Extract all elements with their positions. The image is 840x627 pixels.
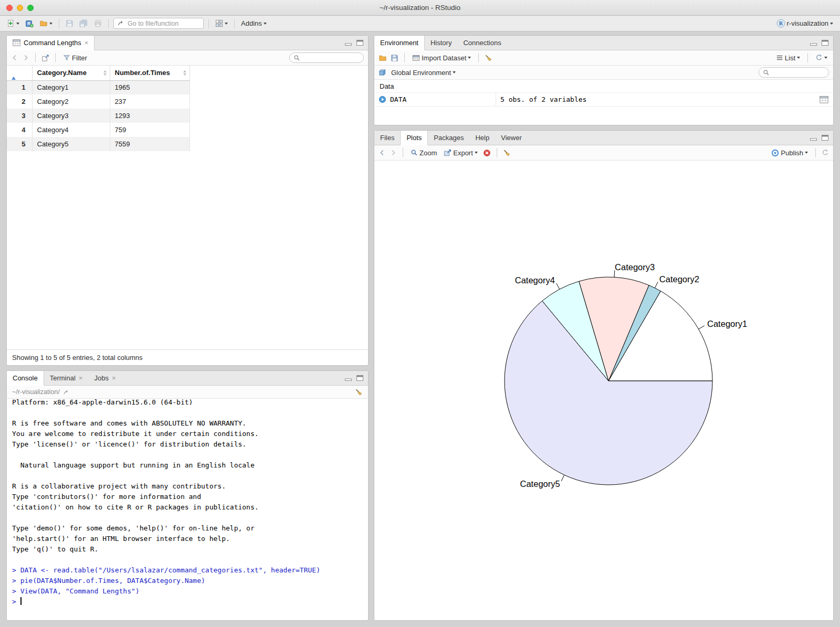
- print-button[interactable]: [92, 18, 103, 28]
- minimize-pane-icon[interactable]: [810, 40, 817, 46]
- console-output[interactable]: Platform: x86_64-apple-darwin15.6.0 (64-…: [7, 399, 368, 620]
- new-file-button[interactable]: [5, 18, 21, 28]
- view-data-button[interactable]: [820, 96, 828, 103]
- table-row: 1Category11965: [7, 80, 190, 94]
- goto-arrow-icon: [118, 20, 124, 27]
- tab-environment[interactable]: Environment: [374, 36, 425, 50]
- environment-object-row[interactable]: DATA 5 obs. of 2 variables: [374, 92, 833, 107]
- row-number: 3: [7, 109, 32, 123]
- goto-file-function-input[interactable]: [128, 20, 200, 27]
- chevron-down-icon: [225, 23, 228, 25]
- load-workspace-folder-icon[interactable]: [379, 54, 387, 62]
- tab-history[interactable]: History: [425, 36, 457, 50]
- goto-directory-icon[interactable]: [63, 389, 70, 396]
- pane-window-buttons: [345, 371, 363, 385]
- tab-terminal[interactable]: Terminal×: [44, 371, 89, 385]
- table-wrap: Category.Name Number.of.Times 1Category1…: [7, 66, 368, 349]
- list-view-button[interactable]: List: [774, 53, 802, 63]
- tab-label: Terminal: [50, 374, 76, 382]
- publish-button[interactable]: Publish: [770, 148, 810, 158]
- tab-plots[interactable]: Plots: [400, 131, 428, 145]
- close-tab-icon[interactable]: ×: [112, 375, 116, 381]
- table-search-box[interactable]: [289, 52, 364, 63]
- chevron-down-icon: [453, 71, 456, 73]
- refresh-environment-button[interactable]: [814, 53, 829, 62]
- popout-window-icon[interactable]: [41, 54, 49, 62]
- tab-command-lengths[interactable]: Command Lengths ×: [7, 36, 94, 50]
- remove-plot-icon[interactable]: [483, 149, 491, 157]
- console-pane-header: Console Terminal× Jobs×: [7, 371, 368, 386]
- goto-file-function-box[interactable]: [113, 18, 204, 29]
- pie-label-tick: [556, 283, 560, 289]
- console-input-line: > View(DATA, "Command Lengths"): [12, 586, 363, 597]
- toolbar-separator: [108, 19, 109, 28]
- main-toolbar: R Addins R r-visualization: [0, 16, 840, 31]
- tab-console[interactable]: Console: [7, 371, 44, 386]
- cell-category-name: Category3: [32, 109, 110, 123]
- back-icon[interactable]: [11, 54, 18, 61]
- minimize-window-button[interactable]: [17, 5, 23, 11]
- save-button[interactable]: [64, 18, 75, 28]
- chevron-down-icon: [805, 152, 808, 154]
- maximize-pane-icon[interactable]: [356, 40, 363, 46]
- close-tab-icon[interactable]: ×: [79, 375, 83, 381]
- table-search-input[interactable]: [303, 54, 360, 61]
- export-plot-button[interactable]: Export: [442, 148, 479, 158]
- export-icon: [444, 149, 452, 157]
- cell-category-name: Category5: [32, 137, 110, 151]
- project-menu-button[interactable]: R r-visualization: [775, 18, 835, 29]
- zoom-plot-button[interactable]: Zoom: [409, 148, 438, 158]
- next-plot-icon[interactable]: [390, 149, 397, 156]
- close-window-button[interactable]: [6, 5, 13, 11]
- data-viewer-pane: Command Lengths × Filter: [6, 35, 369, 366]
- row-number-header[interactable]: [7, 66, 32, 80]
- print-icon: [94, 19, 102, 27]
- tab-label: Files: [380, 134, 394, 142]
- maximize-pane-icon[interactable]: [822, 40, 828, 46]
- column-header-category-name[interactable]: Category.Name: [32, 66, 110, 80]
- tab-connections[interactable]: Connections: [457, 36, 507, 50]
- maximize-pane-icon[interactable]: [356, 375, 363, 381]
- save-icon: [66, 19, 74, 27]
- minimize-pane-icon[interactable]: [345, 375, 352, 381]
- minimize-pane-icon[interactable]: [345, 40, 352, 46]
- tab-files[interactable]: Files: [374, 131, 400, 145]
- addins-label: Addins: [241, 19, 262, 27]
- pane-layout-button[interactable]: [214, 18, 229, 28]
- refresh-plot-icon[interactable]: [822, 149, 829, 156]
- tab-label: Command Lengths: [24, 39, 81, 47]
- environment-search-input[interactable]: [772, 69, 825, 76]
- zoom-window-button[interactable]: [27, 5, 34, 11]
- pie-slice-label: Category2: [659, 274, 699, 284]
- filter-button[interactable]: Filter: [61, 53, 89, 63]
- maximize-pane-icon[interactable]: [822, 135, 828, 141]
- forward-icon[interactable]: [22, 54, 29, 61]
- import-dataset-button[interactable]: Import Dataset: [411, 53, 472, 63]
- tab-viewer[interactable]: Viewer: [495, 131, 528, 145]
- clear-all-plots-broom-icon[interactable]: [503, 149, 511, 157]
- clear-environment-broom-icon[interactable]: [485, 54, 492, 62]
- tab-help[interactable]: Help: [469, 131, 495, 145]
- tab-packages[interactable]: Packages: [428, 131, 469, 145]
- environment-search-box[interactable]: [759, 67, 829, 78]
- tab-label: History: [430, 39, 452, 47]
- new-project-button[interactable]: R: [24, 18, 35, 29]
- column-header-number-of-times[interactable]: Number.of.Times: [110, 66, 190, 80]
- cell-category-name: Category1: [32, 80, 110, 94]
- tab-jobs[interactable]: Jobs×: [88, 371, 121, 385]
- addins-button[interactable]: Addins: [239, 18, 268, 28]
- clear-console-broom-icon[interactable]: [355, 388, 363, 396]
- open-file-button[interactable]: [38, 18, 54, 28]
- previous-plot-icon[interactable]: [379, 149, 386, 156]
- save-workspace-icon[interactable]: [391, 54, 398, 62]
- save-all-button[interactable]: [78, 18, 90, 28]
- minimize-pane-icon[interactable]: [810, 135, 817, 141]
- left-column: Command Lengths × Filter: [6, 35, 369, 621]
- refresh-icon: [815, 54, 823, 61]
- close-tab-icon[interactable]: ×: [85, 39, 89, 46]
- console-input-line: > pie(DATA$Number.of.Times, DATA$Categor…: [12, 576, 363, 586]
- expand-object-icon[interactable]: [379, 95, 386, 103]
- environment-scope-selector[interactable]: Global Environment: [390, 68, 457, 78]
- zoom-label: Zoom: [419, 149, 437, 157]
- cell-category-name: Category4: [32, 123, 110, 137]
